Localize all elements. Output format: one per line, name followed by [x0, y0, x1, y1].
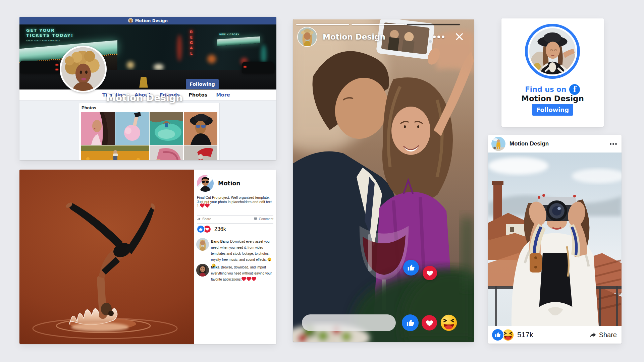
divider [197, 215, 273, 216]
photos-section-title: Photos [82, 105, 217, 110]
comment-item: Milka Browse, download, and import every… [196, 264, 274, 282]
heart-emoji-icon [205, 204, 209, 207]
following-button[interactable]: Following [532, 104, 573, 116]
comment-action[interactable]: Comment [254, 217, 273, 221]
profile-avatar[interactable] [60, 46, 107, 93]
story-author-name: Motion Design [323, 33, 385, 41]
comment-icon [254, 217, 258, 221]
cover-billboard: GET YOUR TICKETS TODAY! GREAT SEATS NOW … [26, 28, 73, 42]
heart-emoji-icon [242, 277, 246, 281]
photo-thumb-pink-portrait[interactable] [81, 112, 115, 145]
like-reaction-button[interactable] [402, 314, 419, 331]
floating-like-reaction-icon[interactable] [403, 260, 419, 276]
story-progress-bar [296, 24, 460, 25]
post-photo[interactable] [19, 170, 194, 344]
photo-post-card: Motion Design [488, 135, 622, 344]
commenter-avatar[interactable] [196, 238, 209, 251]
photos-grid [81, 112, 217, 160]
profile-topbar: Motion Design [19, 17, 276, 24]
post-body-text: Final Cut Pro project. Well organized te… [197, 195, 274, 208]
post-photo[interactable] [488, 153, 622, 326]
topbar-title: Motion Design [135, 18, 168, 23]
story-header: Motion Design [298, 27, 385, 46]
story-photo[interactable] [293, 19, 474, 342]
post-author-avatar[interactable] [491, 137, 505, 151]
post-author-name[interactable]: Motion [218, 180, 240, 187]
floating-love-reaction-icon[interactable] [423, 266, 437, 280]
neon-glow [177, 35, 182, 61]
bokeh-light [207, 55, 216, 63]
share-action[interactable]: Share [197, 217, 211, 221]
post-author-avatar[interactable] [197, 175, 214, 192]
following-button[interactable]: Following [186, 79, 219, 89]
neon-sign-regal: REGAL [189, 30, 194, 57]
profile-content-area: Photos [19, 101, 276, 160]
post-detail-column: Motion Final Cut Pro project. Well organ… [194, 170, 276, 344]
reaction-count[interactable]: 517k [517, 330, 589, 339]
post-author-row: Motion [197, 175, 240, 192]
cover-photo[interactable]: GET YOUR TICKETS TODAY! GREAT SEATS NOW … [19, 24, 276, 89]
find-us-card: Find us on f Motion Design Following [501, 18, 604, 127]
post-reactions-row: 236k [197, 225, 226, 233]
brand-name: Motion Design [501, 94, 604, 103]
victory-marquee [217, 37, 260, 46]
post-panel: Motion Final Cut Pro project. Well organ… [19, 170, 276, 344]
story-panel: Motion Design [293, 19, 474, 342]
comment-text: Download every asset you need, when you … [211, 240, 271, 267]
like-reaction-icon[interactable] [491, 328, 504, 341]
photo-thumb-man-hat[interactable] [184, 112, 217, 145]
photo-post-footer: 517k Share [488, 326, 622, 344]
story-comment-input[interactable] [302, 314, 396, 331]
road-centerline [114, 77, 173, 87]
photo-thumb-flower-field[interactable] [81, 145, 149, 160]
car [20, 61, 60, 73]
heart-emoji-icon [200, 204, 204, 207]
facebook-logo-icon[interactable]: f [569, 84, 580, 95]
photo-thumb-red-flag[interactable] [184, 145, 217, 160]
story-author-avatar[interactable] [298, 27, 317, 46]
profile-name: Motion Design [106, 93, 182, 104]
car [242, 62, 274, 73]
story-segment-current [407, 24, 460, 25]
bokeh-light [261, 45, 266, 65]
find-us-text: Find us on [525, 85, 567, 94]
ringed-avatar [525, 24, 580, 79]
post-menu-ellipsis-icon[interactable] [610, 143, 617, 145]
photo-post-header: Motion Design [488, 135, 622, 153]
story-close-icon[interactable] [455, 32, 464, 41]
share-icon [197, 217, 201, 221]
reaction-count[interactable]: 236k [214, 226, 226, 232]
comment-text: Browse, download, and import everything … [211, 265, 272, 281]
story-segment-viewed [296, 24, 349, 25]
headlight-glow [154, 64, 164, 70]
commenter-name[interactable]: Milka [211, 265, 219, 269]
photo-thumb-waterfall-jump[interactable] [150, 112, 183, 145]
photo-thumb-pink-hair[interactable] [150, 145, 183, 160]
find-us-row: Find us on f [501, 84, 604, 95]
commenter-avatar[interactable] [196, 264, 209, 277]
tab-photos[interactable]: Photos [189, 92, 207, 98]
haha-reaction-button[interactable] [440, 314, 457, 331]
share-button[interactable]: Share [589, 331, 617, 339]
story-menu-ellipsis-icon[interactable] [433, 36, 444, 38]
heart-emoji-icon [252, 277, 256, 281]
commenter-name[interactable]: Bang Bang [211, 240, 229, 243]
share-icon [589, 331, 597, 339]
love-reaction-button[interactable] [422, 315, 437, 330]
topbar-avatar [128, 18, 133, 23]
like-reaction-icon[interactable] [197, 225, 205, 233]
photo-thumb-cotton-candy[interactable] [115, 112, 149, 145]
headlight-glow [127, 61, 134, 69]
wow-emoji-icon [267, 257, 271, 261]
divider [197, 223, 273, 224]
post-author-name[interactable]: Motion Design [509, 140, 606, 147]
avatar-photo[interactable] [529, 28, 576, 74]
tab-more[interactable]: More [216, 92, 230, 98]
heart-emoji-icon [247, 277, 251, 281]
profile-page-panel: Motion Design GET YOUR TICKETS TODAY! GR… [19, 17, 276, 160]
story-segment-viewed [352, 24, 405, 25]
post-actions-row: Share Comment [197, 217, 273, 221]
neon-sign-victory: NEW VICTORY [219, 33, 239, 36]
photos-card: Photos [79, 103, 220, 160]
